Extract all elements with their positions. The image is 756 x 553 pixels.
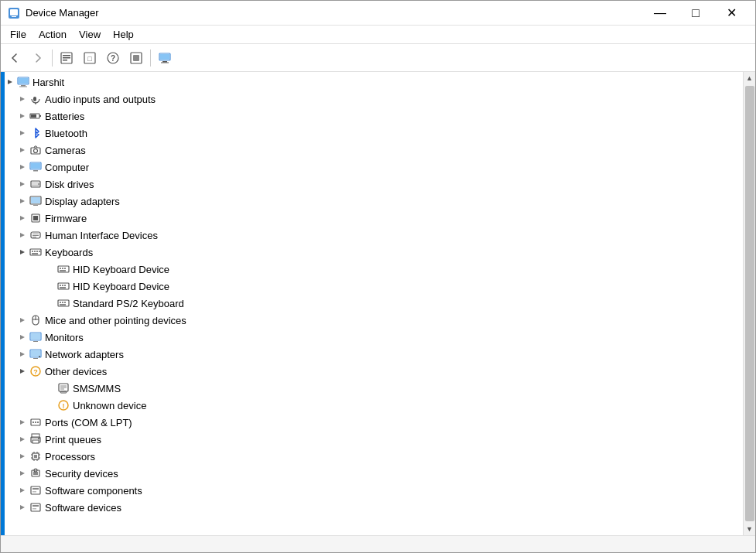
svg-point-87	[37, 422, 39, 423]
svg-point-28	[34, 149, 38, 153]
bluetooth-expander[interactable]	[16, 127, 29, 139]
software-comp-expander[interactable]	[16, 484, 29, 497]
hid-label: Human Interface Devices	[45, 230, 158, 241]
close-button[interactable]: ✕	[713, 1, 749, 26]
tree-item-ports[interactable]: Ports (COM & LPT)	[1, 414, 743, 431]
menu-file[interactable]: File	[4, 27, 32, 42]
update-driver-button[interactable]: □	[79, 47, 101, 69]
tree-item-unknown[interactable]: ! Unknown device	[1, 397, 743, 414]
keyboards-label: Keyboards	[45, 247, 93, 258]
svg-rect-73	[33, 358, 38, 359]
scrollbar[interactable]: ▲ ▼	[743, 72, 755, 535]
help-button[interactable]: ?	[102, 47, 124, 69]
tree-item-hid-keyboard-1[interactable]: HID Keyboard Device	[1, 261, 743, 278]
security-icon	[29, 466, 43, 480]
audio-expander[interactable]	[16, 93, 29, 105]
tree-item-ps2-keyboard[interactable]: Standard PS/2 Keyboard	[1, 295, 743, 312]
tree-item-network[interactable]: Network adapters	[1, 346, 743, 363]
monitors-icon	[29, 330, 43, 344]
security-label: Security devices	[45, 468, 118, 480]
mice-label: Mice and other pointing devices	[45, 315, 186, 326]
scroll-thumb[interactable]	[745, 86, 754, 521]
tree-item-software-dev[interactable]: Software devices	[1, 499, 743, 516]
svg-rect-54	[64, 268, 66, 269]
tree-item-print[interactable]: Print queues	[1, 431, 743, 448]
tree-item-bluetooth[interactable]: Bluetooth	[1, 125, 743, 142]
tree-item-cameras[interactable]: Cameras	[1, 142, 743, 159]
processors-label: Processors	[45, 451, 95, 463]
tree-item-hid-keyboard-2[interactable]: HID Keyboard Device	[1, 278, 743, 295]
security-expander[interactable]	[16, 467, 29, 480]
root-expander[interactable]	[4, 76, 16, 88]
tree-item-security[interactable]: Security devices	[1, 465, 743, 482]
svg-rect-44	[32, 237, 36, 237]
batteries-expander[interactable]	[16, 110, 29, 122]
print-expander[interactable]	[16, 433, 29, 445]
display-expander[interactable]	[16, 195, 29, 207]
tree-root[interactable]: Harshit	[1, 73, 743, 90]
status-bar	[1, 535, 755, 552]
software-dev-expander[interactable]	[16, 501, 29, 514]
svg-text:?: ?	[33, 368, 38, 376]
keyboards-expander[interactable]	[16, 246, 29, 258]
tree-panel[interactable]: Harshit Audio inputs and outputs	[1, 72, 743, 535]
show-properties-button[interactable]	[56, 47, 77, 69]
disk-icon	[29, 177, 43, 191]
network-expander[interactable]	[16, 348, 29, 360]
maximize-button[interactable]: □	[678, 1, 713, 26]
hid-expander[interactable]	[16, 229, 29, 241]
tree-item-computer[interactable]: Computer	[1, 159, 743, 176]
computer-expander[interactable]	[16, 161, 29, 173]
window-title: Device Manager	[26, 7, 642, 19]
computer-button[interactable]	[154, 47, 176, 69]
monitors-expander[interactable]	[16, 331, 29, 343]
scroll-down[interactable]: ▼	[744, 523, 755, 535]
tree-item-hid[interactable]: Human Interface Devices	[1, 227, 743, 244]
tree-item-keyboards[interactable]: Keyboards	[1, 244, 743, 261]
tree-item-display[interactable]: Display adapters	[1, 193, 743, 210]
tree-item-software-comp[interactable]: Software components	[1, 482, 743, 499]
svg-rect-49	[32, 253, 38, 254]
svg-rect-108	[31, 504, 40, 511]
processors-expander[interactable]	[16, 450, 29, 463]
tree-item-audio[interactable]: Audio inputs and outputs	[1, 90, 743, 108]
root-label: Harshit	[32, 77, 64, 88]
hid-kb2-icon	[56, 279, 70, 293]
display-label: Display adapters	[45, 196, 120, 207]
menu-view[interactable]: View	[73, 27, 107, 42]
svg-rect-20	[19, 87, 27, 87]
tree-item-disk[interactable]: Disk drives	[1, 176, 743, 193]
svg-point-74	[39, 356, 40, 357]
menu-action[interactable]: Action	[32, 27, 73, 42]
tree-item-processors[interactable]: Processors	[1, 448, 743, 465]
minimize-button[interactable]: —	[642, 1, 678, 26]
tree-item-batteries[interactable]: Batteries	[1, 108, 743, 125]
computer-label: Computer	[45, 162, 89, 173]
ports-expander[interactable]	[16, 416, 29, 428]
disk-expander[interactable]	[16, 178, 29, 190]
scan-button[interactable]	[125, 47, 147, 69]
cameras-expander[interactable]	[16, 144, 29, 156]
svg-rect-110	[32, 508, 36, 510]
svg-rect-18	[19, 78, 28, 84]
svg-rect-42	[32, 234, 39, 234]
tree-item-other[interactable]: ? Other devices	[1, 363, 743, 380]
firmware-icon	[29, 211, 43, 225]
back-button[interactable]	[4, 47, 26, 69]
tree-item-monitors[interactable]: Monitors	[1, 329, 743, 346]
firmware-expander[interactable]	[16, 212, 29, 224]
other-expander[interactable]	[16, 365, 29, 377]
svg-text:□: □	[87, 55, 92, 63]
svg-rect-1	[10, 9, 18, 15]
tree-item-mice[interactable]: Mice and other pointing devices	[1, 312, 743, 329]
tree-item-sms[interactable]: SMS/MMS	[1, 380, 743, 397]
menu-help[interactable]: Help	[107, 27, 140, 42]
svg-point-86	[35, 422, 36, 423]
bluetooth-label: Bluetooth	[45, 128, 87, 139]
scroll-up[interactable]: ▲	[744, 72, 755, 84]
mice-expander[interactable]	[16, 314, 29, 326]
svg-rect-50	[39, 251, 40, 252]
hid-keyboard-2-label: HID Keyboard Device	[73, 281, 169, 292]
tree-item-firmware[interactable]: Firmware	[1, 210, 743, 227]
forward-button[interactable]	[27, 47, 49, 69]
